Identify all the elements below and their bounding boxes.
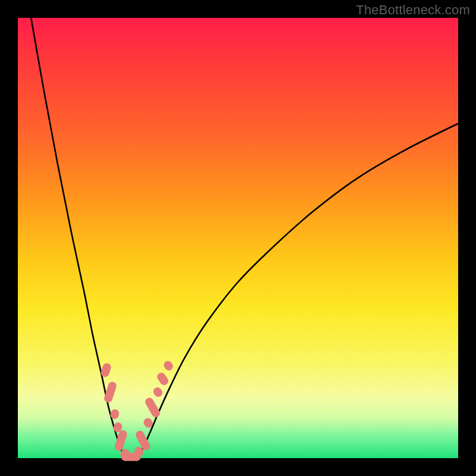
- curve-layer: [18, 18, 458, 458]
- bead-marker: [143, 396, 161, 419]
- chart-frame: TheBottleneck.com: [0, 0, 476, 476]
- watermark-text: TheBottleneck.com: [356, 2, 470, 18]
- bead-marker: [152, 386, 164, 398]
- curve-right-branch: [137, 124, 458, 457]
- curve-group: [31, 18, 458, 457]
- markers-group: [100, 359, 175, 461]
- bead-marker: [162, 359, 175, 372]
- plot-area: [18, 18, 458, 458]
- bead-marker: [155, 371, 170, 387]
